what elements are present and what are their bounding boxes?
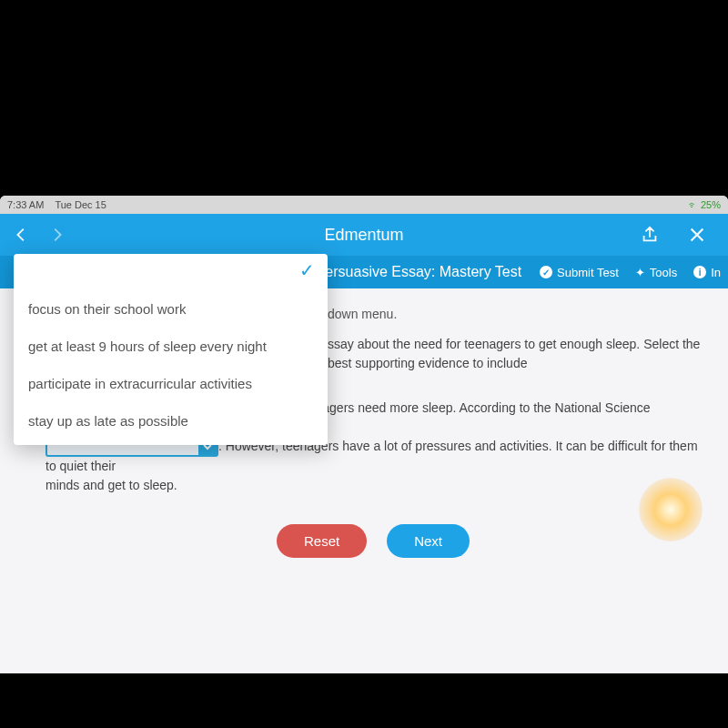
check-circle-icon: ✓ bbox=[540, 266, 552, 278]
passage-line-3: minds and get to sleep. bbox=[46, 478, 177, 492]
ipad-status-bar: 7:33 AM Tue Dec 15 ᯤ 25% bbox=[0, 196, 728, 214]
check-icon: ✓ bbox=[299, 259, 315, 281]
tools-icon: ✦ bbox=[635, 266, 645, 279]
next-button[interactable]: Next bbox=[387, 524, 470, 558]
tools-button[interactable]: ✦ Tools bbox=[635, 266, 677, 279]
status-time: 7:33 AM bbox=[7, 199, 44, 210]
page-title: Edmentum bbox=[0, 226, 728, 245]
dropdown-option[interactable]: stay up as late as possible bbox=[14, 402, 328, 440]
dropdown-option[interactable]: get at least 9 hours of sleep every nigh… bbox=[14, 328, 328, 365]
tools-label: Tools bbox=[650, 266, 677, 279]
tablet-frame: 7:33 AM Tue Dec 15 ᯤ 25% Edmentum bbox=[0, 196, 728, 673]
status-battery: 25% bbox=[701, 199, 721, 210]
status-date: Tue Dec 15 bbox=[55, 199, 106, 210]
info-button[interactable]: i In bbox=[693, 266, 721, 279]
info-label: In bbox=[711, 266, 721, 279]
dropdown-option[interactable]: participate in extracurricular activitie… bbox=[14, 365, 328, 402]
info-circle-icon: i bbox=[693, 266, 706, 278]
submit-test-button[interactable]: ✓ Submit Test bbox=[540, 266, 619, 279]
close-icon[interactable] bbox=[684, 222, 710, 248]
dropdown-option[interactable]: focus on their school work bbox=[14, 290, 328, 328]
instruction-fragment-1: down menu. bbox=[328, 305, 701, 324]
share-icon[interactable] bbox=[637, 222, 662, 248]
wifi-icon: ᯤ bbox=[688, 199, 701, 210]
reset-button[interactable]: Reset bbox=[277, 524, 367, 558]
dropdown-menu: ✓ focus on their school work get at leas… bbox=[14, 254, 328, 445]
submit-test-label: Submit Test bbox=[557, 266, 619, 279]
instruction-fragment-2: ssay about the need for teenagers to get… bbox=[328, 335, 701, 373]
browser-navbar: Edmentum bbox=[0, 214, 728, 256]
